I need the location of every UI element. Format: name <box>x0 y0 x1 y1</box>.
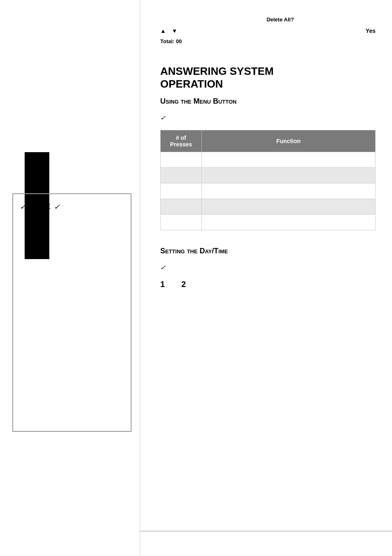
cell-function <box>202 199 376 215</box>
nav-row: ▲ ▼ Yes <box>160 28 376 34</box>
setting-title: Setting the Day/Time <box>160 247 376 255</box>
setting-note-icon: ✓ <box>160 264 166 271</box>
cell-function <box>202 183 376 199</box>
cell-presses <box>161 183 202 199</box>
note-icon-right: ✓ <box>54 202 60 211</box>
cell-presses <box>161 152 202 168</box>
table-row <box>161 215 376 230</box>
setting-note-line: ✓ <box>160 264 376 271</box>
cell-function <box>202 215 376 230</box>
total-label: Total: 00 <box>160 38 376 44</box>
arrow-down-icon: ▼ <box>172 28 178 34</box>
table-row <box>161 152 376 168</box>
table-row <box>161 199 376 215</box>
menu-note-line: ✓ <box>160 114 376 122</box>
top-section: Delete All? ▲ ▼ Yes Total: 00 <box>160 16 376 44</box>
section-title: Answering System Operation <box>160 65 376 90</box>
note-title: NOTE <box>28 203 51 211</box>
menu-table: # of Presses Function <box>160 130 376 230</box>
arrow-up-icon: ▲ <box>160 28 166 34</box>
left-sidebar: ✓ NOTE ✓ <box>0 0 140 556</box>
note-icon-left: ✓ <box>20 202 26 211</box>
section-title-line1: Answering System <box>160 65 376 78</box>
menu-note-icon: ✓ <box>160 114 166 121</box>
delete-all-label: Delete All? <box>160 16 376 23</box>
bottom-divider <box>140 531 392 531</box>
menu-button-heading: Using the Menu Button <box>160 97 376 106</box>
col-header-presses: # of Presses <box>161 130 202 152</box>
page-container: ✓ NOTE ✓ Delete All? ▲ ▼ Yes Total: 00 A… <box>0 0 392 556</box>
table-header-row: # of Presses Function <box>161 130 376 152</box>
cell-presses <box>161 168 202 183</box>
note-header: ✓ NOTE ✓ <box>20 202 124 211</box>
note-box: ✓ NOTE ✓ <box>12 193 131 432</box>
step-row: 1 2 <box>160 280 376 289</box>
section-title-line2: Operation <box>160 78 376 90</box>
cell-presses <box>161 215 202 230</box>
col-header-function: Function <box>202 130 376 152</box>
step-1: 1 <box>160 280 165 289</box>
cell-function <box>202 152 376 168</box>
table-row <box>161 183 376 199</box>
cell-function <box>202 168 376 183</box>
table-row <box>161 168 376 183</box>
main-content: Delete All? ▲ ▼ Yes Total: 00 Answering … <box>140 0 392 556</box>
yes-label: Yes <box>366 28 376 34</box>
cell-presses <box>161 199 202 215</box>
step-2: 2 <box>181 280 186 289</box>
